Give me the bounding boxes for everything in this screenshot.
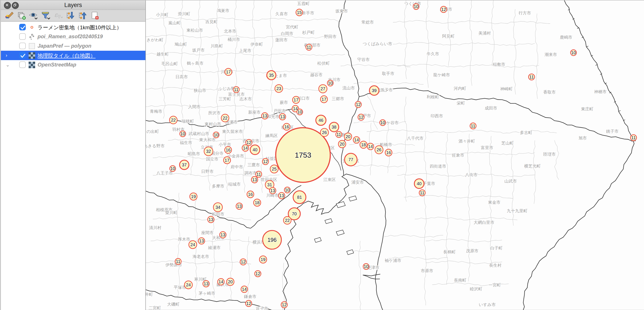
- place-label: 江東区: [324, 177, 336, 182]
- layer-visibility-checkbox[interactable]: [19, 33, 26, 40]
- major-line: [359, 88, 636, 141]
- layer-visibility-checkbox[interactable]: [19, 52, 26, 59]
- qgis-window: { "panel": { "title": "Layers", "toolbar…: [0, 0, 644, 310]
- cluster-count: 14: [243, 145, 248, 150]
- cluster-marker: 11: [175, 258, 181, 264]
- place-label: 匝瑳市: [543, 152, 556, 157]
- place-label: 美浦村: [478, 31, 491, 35]
- layer-row-4[interactable]: ›地理院タイル（白地図）: [1, 51, 146, 60]
- cluster-marker: 22: [283, 216, 291, 224]
- municipal-boundary: [146, 53, 345, 56]
- cluster-marker: 12: [246, 139, 252, 146]
- cluster-marker: 23: [275, 85, 283, 92]
- municipal-boundary: [404, 196, 513, 199]
- layer-visibility-checkbox[interactable]: [19, 43, 26, 49]
- cluster-marker: 26: [375, 145, 383, 154]
- municipal-boundary: [415, 217, 518, 220]
- remove-layer-button[interactable]: [89, 11, 101, 21]
- place-label: 二宮町: [149, 306, 161, 310]
- municipal-boundary: [190, 123, 193, 175]
- cluster-count: 22: [223, 116, 228, 120]
- place-label: 蕨市: [280, 100, 288, 105]
- layer-visibility-checkbox[interactable]: [19, 24, 26, 30]
- cluster-count: 20: [340, 142, 344, 146]
- place-label: 鎌倉市: [244, 294, 256, 299]
- place-label: 戸田市: [274, 109, 286, 113]
- municipal-boundary: [146, 35, 336, 38]
- layer-row-3[interactable]: JapanPref — polygon: [1, 41, 146, 51]
- layer-row-1[interactable]: ラーメン密集地（1km圏10件以上）: [1, 23, 146, 32]
- place-label: 鴻巣市: [217, 8, 230, 13]
- cluster-count: 196: [268, 237, 276, 243]
- place-label: 東金市: [488, 200, 500, 205]
- cluster-marker: 81: [293, 191, 306, 204]
- place-label: 町田市: [212, 212, 224, 216]
- place-label: 栄町: [457, 101, 465, 105]
- place-label: 武蔵村山市: [188, 131, 209, 136]
- cluster-marker: 11: [233, 87, 239, 93]
- add-group-button[interactable]: [15, 11, 28, 21]
- cluster-marker: 12: [440, 6, 447, 13]
- place-label: 逗子市: [256, 306, 268, 310]
- place-label: 越谷市: [310, 73, 323, 77]
- manage-map-themes-button[interactable]: [28, 11, 40, 21]
- chevron-down-icon[interactable]: ⌄: [6, 62, 11, 67]
- layer-visibility-checkbox[interactable]: [19, 61, 26, 68]
- cluster-count: 11: [176, 259, 180, 264]
- map-canvas[interactable]: 小川町滑川町鴻巣市吉見町嵐山町東松山市北本市ときがわ町桶川市鳩山町川島町伊奈町坂…: [146, 1, 644, 310]
- cluster-count: 19: [191, 194, 196, 199]
- cluster-count: 12: [263, 159, 268, 164]
- chevron-right-icon[interactable]: ›: [6, 53, 11, 58]
- layer-row-2[interactable]: poi_Ramen_asof20240519: [1, 32, 146, 41]
- cluster-count: 12: [256, 271, 260, 276]
- expand-all-button[interactable]: [64, 11, 76, 21]
- cluster-count: 10: [214, 132, 218, 137]
- place-label: 伊奈町: [250, 42, 263, 47]
- place-label: 入間市: [188, 104, 200, 109]
- place-label: 東村山市: [204, 122, 221, 126]
- place-label: 幸手市: [302, 11, 314, 15]
- cluster-count: 11: [530, 75, 534, 79]
- panel-title: Layers: [1, 2, 146, 9]
- cluster-count: 13: [204, 281, 208, 286]
- place-label: 取手市: [382, 71, 394, 76]
- place-label: 鹿嶋市: [560, 35, 572, 40]
- municipal-boundary: [393, 42, 535, 46]
- place-label: 成田市: [485, 106, 497, 110]
- place-label: 三鷹市: [248, 163, 260, 167]
- place-label: 富里市: [481, 145, 493, 150]
- cluster-count: 37: [182, 163, 187, 167]
- municipal-boundary: [270, 1, 273, 112]
- place-label: 毛呂山町: [161, 61, 178, 66]
- collapse-all-button[interactable]: [76, 11, 89, 21]
- cluster-marker: 10: [170, 166, 176, 171]
- cluster-count: 46: [318, 118, 323, 123]
- place-label: 九十九里町: [507, 209, 528, 213]
- municipal-boundary: [404, 1, 407, 79]
- cluster-count: 10: [180, 131, 185, 136]
- point-marker-icon: [28, 24, 35, 31]
- place-label: 東久留米市: [222, 129, 243, 134]
- place-label: 小金井市: [228, 154, 244, 158]
- place-label: 袖ケ浦市: [385, 258, 401, 263]
- place-label: 潮来市: [545, 52, 557, 57]
- cluster-marker: 11: [256, 171, 262, 177]
- place-label: 吉見町: [206, 20, 218, 24]
- cluster-marker: 19: [190, 193, 197, 200]
- cluster-marker: 11: [306, 44, 312, 50]
- cluster-marker: 16: [225, 146, 232, 153]
- place-label: 市原市: [421, 268, 433, 273]
- open-layer-styling-button[interactable]: [3, 11, 15, 21]
- place-label: 佐倉市: [452, 153, 464, 158]
- cluster-count: 12: [356, 102, 361, 107]
- cluster-count: 14: [242, 287, 247, 292]
- layer-row-5[interactable]: ⌄OpenStreetMap: [1, 60, 146, 70]
- place-label: 常総市: [362, 20, 374, 25]
- cluster-count: 11: [471, 123, 476, 128]
- place-label: 大磯町: [167, 302, 180, 306]
- cluster-marker: 27: [319, 85, 327, 93]
- raster-icon: [28, 62, 35, 68]
- filter-legend-button[interactable]: [40, 11, 52, 21]
- place-label: 長南町: [454, 278, 466, 282]
- place-label: 坂東市: [335, 9, 348, 13]
